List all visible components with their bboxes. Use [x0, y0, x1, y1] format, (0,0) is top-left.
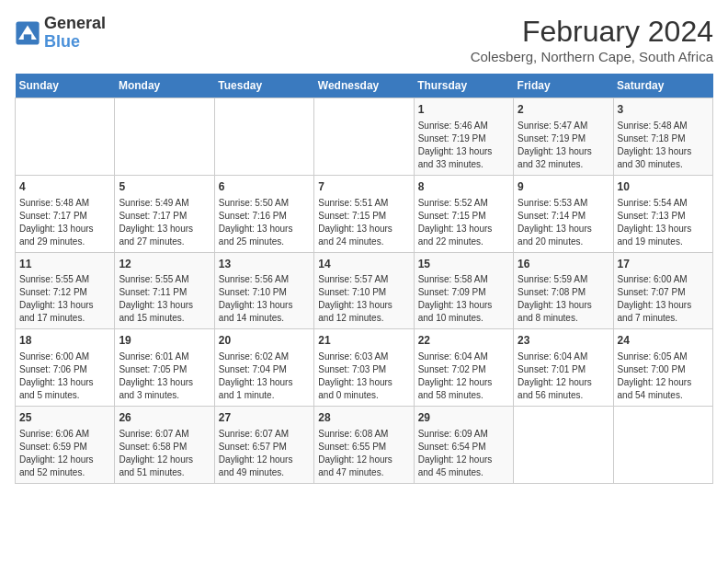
calendar-cell: 24Sunrise: 6:05 AM Sunset: 7:00 PM Dayli…: [613, 329, 712, 407]
day-info: Sunrise: 6:04 AM Sunset: 7:02 PM Dayligh…: [418, 350, 509, 402]
calendar-cell: 6Sunrise: 5:50 AM Sunset: 7:16 PM Daylig…: [214, 175, 313, 252]
day-number: 23: [518, 333, 609, 349]
day-number: 27: [219, 410, 310, 426]
calendar-header-row: SundayMondayTuesdayWednesdayThursdayFrid…: [16, 74, 713, 98]
day-number: 8: [418, 179, 509, 195]
calendar-cell: 15Sunrise: 5:58 AM Sunset: 7:09 PM Dayli…: [414, 252, 513, 329]
logo: General Blue: [15, 15, 106, 52]
day-info: Sunrise: 5:57 AM Sunset: 7:10 PM Dayligh…: [318, 273, 409, 325]
calendar-cell: [314, 98, 414, 176]
day-info: Sunrise: 5:52 AM Sunset: 7:15 PM Dayligh…: [418, 197, 509, 248]
day-number: 20: [219, 333, 310, 349]
calendar-cell: 21Sunrise: 6:03 AM Sunset: 7:03 PM Dayli…: [314, 329, 414, 407]
calendar-cell: 18Sunrise: 6:00 AM Sunset: 7:06 PM Dayli…: [16, 329, 115, 407]
day-info: Sunrise: 5:48 AM Sunset: 7:17 PM Dayligh…: [19, 197, 110, 248]
day-number: 7: [318, 179, 409, 195]
svg-rect-2: [24, 34, 31, 40]
day-number: 26: [119, 410, 210, 426]
calendar-cell: [16, 98, 115, 176]
logo-icon: [15, 20, 40, 46]
calendar-cell: 11Sunrise: 5:55 AM Sunset: 7:12 PM Dayli…: [16, 252, 115, 329]
day-info: Sunrise: 6:00 AM Sunset: 7:07 PM Dayligh…: [618, 273, 709, 325]
day-info: Sunrise: 5:50 AM Sunset: 7:16 PM Dayligh…: [219, 197, 310, 248]
day-info: Sunrise: 5:56 AM Sunset: 7:10 PM Dayligh…: [219, 273, 310, 325]
day-number: 6: [219, 179, 310, 195]
day-info: Sunrise: 5:49 AM Sunset: 7:17 PM Dayligh…: [119, 197, 210, 248]
calendar-cell: 7Sunrise: 5:51 AM Sunset: 7:15 PM Daylig…: [314, 175, 414, 252]
day-header-sunday: Sunday: [16, 74, 115, 98]
day-number: 1: [418, 102, 509, 118]
day-number: 14: [318, 257, 409, 272]
main-title: February 2024: [471, 15, 713, 49]
day-number: 9: [518, 179, 609, 195]
day-number: 25: [19, 410, 110, 426]
calendar-week-row: 1Sunrise: 5:46 AM Sunset: 7:19 PM Daylig…: [16, 98, 713, 176]
day-info: Sunrise: 5:46 AM Sunset: 7:19 PM Dayligh…: [418, 120, 509, 171]
calendar-cell: 12Sunrise: 5:55 AM Sunset: 7:11 PM Dayli…: [115, 252, 214, 329]
day-number: 16: [518, 257, 609, 272]
day-number: 5: [119, 179, 210, 195]
calendar-cell: 14Sunrise: 5:57 AM Sunset: 7:10 PM Dayli…: [314, 252, 414, 329]
calendar-cell: 3Sunrise: 5:48 AM Sunset: 7:18 PM Daylig…: [613, 98, 712, 176]
day-info: Sunrise: 5:58 AM Sunset: 7:09 PM Dayligh…: [418, 273, 509, 325]
page-header: General Blue February 2024 Colesberg, No…: [15, 15, 713, 64]
day-info: Sunrise: 6:01 AM Sunset: 7:05 PM Dayligh…: [119, 350, 210, 402]
day-info: Sunrise: 6:06 AM Sunset: 6:59 PM Dayligh…: [19, 428, 110, 479]
day-info: Sunrise: 6:02 AM Sunset: 7:04 PM Dayligh…: [219, 350, 310, 402]
day-info: Sunrise: 5:55 AM Sunset: 7:11 PM Dayligh…: [119, 273, 210, 325]
day-info: Sunrise: 6:07 AM Sunset: 6:58 PM Dayligh…: [119, 428, 210, 479]
calendar-cell: 20Sunrise: 6:02 AM Sunset: 7:04 PM Dayli…: [214, 329, 313, 407]
day-number: 2: [518, 102, 609, 118]
day-number: 28: [318, 410, 409, 426]
day-info: Sunrise: 5:53 AM Sunset: 7:14 PM Dayligh…: [518, 197, 609, 248]
calendar-cell: [514, 407, 613, 484]
day-number: 10: [618, 179, 709, 195]
logo-line1: General: [44, 15, 106, 33]
day-number: 19: [119, 333, 210, 349]
calendar-cell: 1Sunrise: 5:46 AM Sunset: 7:19 PM Daylig…: [414, 98, 513, 176]
day-header-thursday: Thursday: [414, 74, 513, 98]
day-number: 29: [418, 410, 509, 426]
day-number: 3: [618, 102, 709, 118]
day-number: 22: [418, 333, 509, 349]
day-number: 21: [318, 333, 409, 349]
logo-line2: Blue: [44, 33, 106, 52]
day-info: Sunrise: 5:51 AM Sunset: 7:15 PM Dayligh…: [318, 197, 409, 248]
calendar-cell: [214, 98, 313, 176]
calendar-cell: 9Sunrise: 5:53 AM Sunset: 7:14 PM Daylig…: [514, 175, 613, 252]
calendar-cell: 19Sunrise: 6:01 AM Sunset: 7:05 PM Dayli…: [115, 329, 214, 407]
day-header-tuesday: Tuesday: [214, 74, 313, 98]
day-number: 24: [618, 333, 709, 349]
calendar-cell: 13Sunrise: 5:56 AM Sunset: 7:10 PM Dayli…: [214, 252, 313, 329]
calendar-cell: 17Sunrise: 6:00 AM Sunset: 7:07 PM Dayli…: [613, 252, 712, 329]
day-header-saturday: Saturday: [613, 74, 712, 98]
day-info: Sunrise: 5:47 AM Sunset: 7:19 PM Dayligh…: [518, 120, 609, 171]
day-number: 18: [19, 333, 110, 349]
day-number: 12: [119, 257, 210, 272]
day-number: 15: [418, 257, 509, 272]
calendar-week-row: 11Sunrise: 5:55 AM Sunset: 7:12 PM Dayli…: [16, 252, 713, 329]
day-info: Sunrise: 5:59 AM Sunset: 7:08 PM Dayligh…: [518, 273, 609, 325]
calendar-cell: 29Sunrise: 6:09 AM Sunset: 6:54 PM Dayli…: [414, 407, 513, 484]
day-info: Sunrise: 6:07 AM Sunset: 6:57 PM Dayligh…: [219, 428, 310, 479]
day-info: Sunrise: 6:00 AM Sunset: 7:06 PM Dayligh…: [19, 350, 110, 402]
calendar-cell: 4Sunrise: 5:48 AM Sunset: 7:17 PM Daylig…: [16, 175, 115, 252]
day-header-friday: Friday: [514, 74, 613, 98]
day-info: Sunrise: 6:08 AM Sunset: 6:55 PM Dayligh…: [318, 428, 409, 479]
calendar-cell: 16Sunrise: 5:59 AM Sunset: 7:08 PM Dayli…: [514, 252, 613, 329]
calendar-week-row: 4Sunrise: 5:48 AM Sunset: 7:17 PM Daylig…: [16, 175, 713, 252]
day-number: 11: [19, 257, 110, 272]
subtitle: Colesberg, Northern Cape, South Africa: [471, 49, 713, 64]
calendar-week-row: 25Sunrise: 6:06 AM Sunset: 6:59 PM Dayli…: [16, 407, 713, 484]
calendar-week-row: 18Sunrise: 6:00 AM Sunset: 7:06 PM Dayli…: [16, 329, 713, 407]
day-info: Sunrise: 6:04 AM Sunset: 7:01 PM Dayligh…: [518, 350, 609, 402]
calendar-cell: 27Sunrise: 6:07 AM Sunset: 6:57 PM Dayli…: [214, 407, 313, 484]
day-info: Sunrise: 5:54 AM Sunset: 7:13 PM Dayligh…: [618, 197, 709, 248]
calendar-cell: 2Sunrise: 5:47 AM Sunset: 7:19 PM Daylig…: [514, 98, 613, 176]
day-info: Sunrise: 6:09 AM Sunset: 6:54 PM Dayligh…: [418, 428, 509, 479]
day-info: Sunrise: 6:05 AM Sunset: 7:00 PM Dayligh…: [618, 350, 709, 402]
calendar-cell: [613, 407, 712, 484]
day-number: 17: [618, 257, 709, 272]
day-number: 4: [19, 179, 110, 195]
day-header-wednesday: Wednesday: [314, 74, 414, 98]
